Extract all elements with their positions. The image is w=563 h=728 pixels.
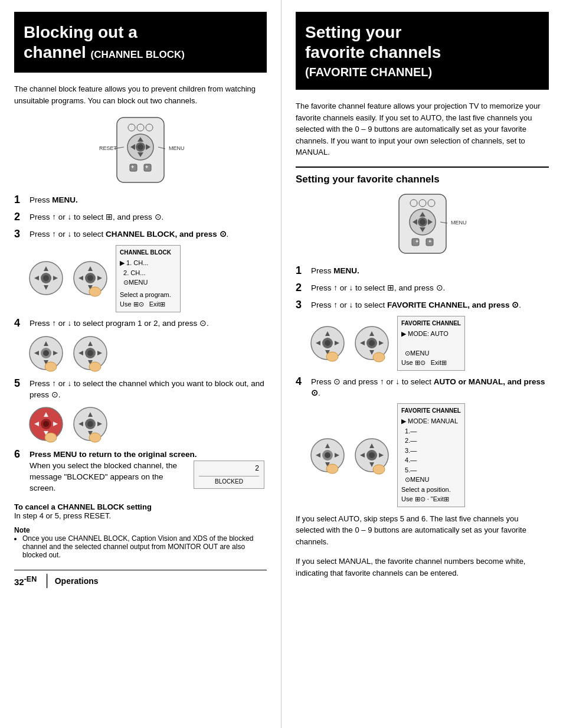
svg-point-106 [326,464,338,474]
svg-point-97 [369,340,375,346]
step4-right-controllers: FAVORITE CHANNEL ▶ MODE: MANUAL 1.— 2.— … [309,403,549,507]
fav-manual-line5: 4.— [401,455,461,465]
step-text-4-left: Press ↑ or ↓ to select program 1 or 2, a… [30,317,209,329]
step-1-left: 1 Press MENU. [14,194,267,206]
svg-text:MENU: MENU [451,220,467,226]
svg-text:+: + [428,239,431,244]
footer-divider: │ [44,574,51,587]
fav-auto-line4: Use ⊞⊙ Exit⊞ [401,358,461,368]
screen-line-1: ▶ 1. CH... [120,258,176,268]
step-6-left: 6 Press MENU to return to the original s… [14,448,267,494]
left-title-line2: channel [24,43,86,61]
svg-point-56 [43,421,49,427]
favorite-manual-screen: FAVORITE CHANNEL ▶ MODE: MANUAL 1.— 2.— … [397,403,465,507]
screen-line-5: Use ⊞⊙ Exit⊞ [120,299,176,309]
svg-point-98 [373,352,385,362]
fav-screen-title: FAVORITE CHANNEL [401,319,461,328]
favorite-auto-screen: FAVORITE CHANNEL ▶ MODE: AUTO ⊙MENU Use … [397,316,465,371]
fav-auto-line1: ▶ MODE: AUTO [401,329,461,339]
screen-title-channel-block: CHANNEL BLOCK [120,248,176,257]
svg-point-57 [45,433,57,442]
footer-operations: Operations [55,576,99,586]
left-column: Blocking out a channel (CHANNEL BLOCK) T… [0,0,282,728]
note-list: Once you use CHANNEL BLOCK, Caption Visi… [22,534,267,559]
ctrl-svg-r3b [353,324,391,363]
left-title-line1: Blocking out a [24,23,138,41]
blocked-label: BLOCKED [199,476,259,486]
step-text-2-left: Press ↑ or ↓ to select ⊞, and press ⊙. [30,211,163,223]
svg-text:+: + [131,164,134,170]
right-title-line1: Setting your [305,23,401,41]
ctrl-svg-4b [71,334,110,373]
step-text-5-left: Press ↑ or ↓ to select the channel which… [30,377,267,401]
ctrl-svg-3a [27,259,66,298]
right-title-subtitle: (FAVORITE CHANNEL) [305,66,539,79]
step-4-left: 4 Press ↑ or ↓ to select program 1 or 2,… [14,317,267,329]
step-4-right: 4 Press ⊙ and press ↑ or ↓ to select AUT… [296,376,549,399]
fav-manual-line4: 3.— [401,446,461,456]
ctrl-svg-5b [71,405,110,443]
ctrl-svg-4a [27,334,66,373]
step3-controllers: CHANNEL BLOCK ▶ 1. CH... 2. CH... ⊙MENU … [27,245,267,312]
svg-point-49 [89,362,101,371]
after-step4-text2: If you select MANUAL, the favorite chann… [296,556,549,579]
step-num-1-right: 1 [296,265,309,277]
step-text-3-left: Press ↑ or ↓ to select CHANNEL BLOCK, an… [30,228,228,240]
section-divider [296,167,549,168]
screen-line-3: ⊙MENU [120,278,176,288]
step-num-6-left: 6 [14,448,27,461]
step-text-1-right: Press MENU. [311,265,359,277]
svg-point-32 [87,275,93,281]
step-2-right: 2 Press ↑ or ↓ to select ⊞, and press ⊙. [296,282,549,294]
svg-point-65 [89,433,101,442]
fav-manual-line9: Use ⊞⊙ · "Exit⊞ [401,494,461,504]
step-num-4-left: 4 [14,317,27,329]
note-section: Note Once you use CHANNEL BLOCK, Caption… [14,526,267,559]
svg-text:RESET: RESET [99,145,117,151]
step-num-5-left: 5 [14,377,27,390]
fav-manual-line1: ▶ MODE: MANUAL [401,416,461,426]
cancel-section: To cancel a CHANNEL BLOCK setting In ste… [14,502,267,520]
step4-controllers [27,334,267,373]
screen-line-4: Select a program. [120,290,176,300]
screen-line-2: 2. CH... [120,268,176,278]
fav-manual-line3: 2.— [401,436,461,446]
step-num-3-left: 3 [14,228,27,240]
right-title-box: Setting your favorite channels (FAVORITE… [296,12,549,90]
step5-controllers [27,405,267,443]
left-title-box: Blocking out a channel (CHANNEL BLOCK) [14,12,267,73]
ctrl-svg-r4a [309,436,347,475]
right-intro: The favorite channel feature allows your… [296,100,549,158]
page-suffix: -EN [24,575,37,583]
step-1-right: 1 Press MENU. [296,265,549,277]
right-column: Setting your favorite channels (FAVORITE… [282,0,563,728]
right-title: Setting your favorite channels [305,22,539,62]
svg-point-114 [373,465,385,474]
step-num-2-left: 2 [14,211,27,223]
step-num-2-right: 2 [296,282,309,294]
remote-svg-left: RESET MENU + + [81,115,199,185]
remote-svg-right: MENU + + [369,191,476,256]
svg-point-113 [369,452,375,458]
step-num-4-right: 4 [296,376,309,388]
right-title-line2: favorite channels [305,43,441,61]
svg-text:MENU: MENU [169,145,185,151]
fav-auto-line3: ⊙MENU [401,348,461,358]
svg-point-90 [326,352,338,361]
ctrl-svg-r3a [309,324,347,363]
remote-diagram-left: RESET MENU + + [14,115,267,185]
svg-text:+: + [145,164,148,170]
step-num-1-left: 1 [14,194,27,206]
svg-point-89 [325,340,330,346]
svg-point-40 [43,350,49,356]
step-5-left: 5 Press ↑ or ↓ to select the channel whi… [14,377,267,401]
subsection-title: Setting your favorite channels [296,174,549,185]
note-title: Note [14,526,30,534]
page-number: 32-EN [14,575,37,587]
blocked-num: 2 [199,463,259,474]
fav-auto-line2 [401,338,461,348]
step-text-1-left: Press MENU. [30,194,78,206]
note-item-1: Once you use CHANNEL BLOCK, Caption Visi… [22,534,267,559]
fav-manual-line6: 5.— [401,465,461,475]
remote-diagram-right: MENU + + [296,191,549,256]
